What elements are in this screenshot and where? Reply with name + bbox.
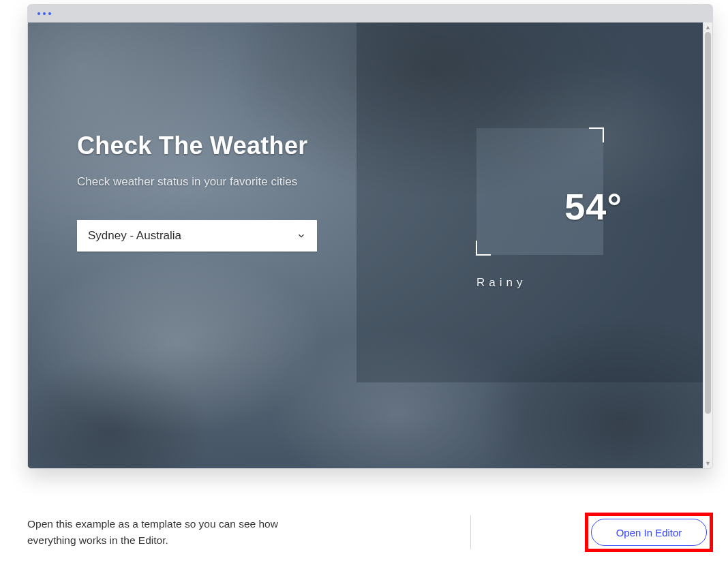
vertical-scrollbar[interactable]: ▲ ▼	[703, 22, 712, 468]
corner-decor	[476, 241, 491, 256]
city-select[interactable]: Sydney - Australia	[77, 220, 317, 252]
temperature-card: 54°	[476, 128, 603, 255]
open-in-editor-button[interactable]: Open In Editor	[591, 519, 707, 546]
cta-highlight: Open In Editor	[585, 513, 713, 552]
page-subtitle: Check weather status in your favorite ci…	[77, 175, 316, 189]
corner-decor	[589, 127, 604, 142]
window-dot	[43, 12, 46, 15]
temperature-value: 54°	[564, 185, 622, 228]
scroll-up-icon[interactable]: ▲	[703, 22, 712, 32]
page-title: Check The Weather	[77, 132, 308, 160]
footer-help-text: Open this example as a template so you c…	[27, 516, 327, 549]
city-select-value: Sydney - Australia	[88, 229, 297, 243]
window-dot	[37, 12, 40, 15]
chevron-down-icon	[297, 231, 306, 241]
preview-viewport: Check The Weather Check weather status i…	[28, 22, 712, 468]
scroll-thumb[interactable]	[705, 32, 711, 414]
divider	[470, 515, 471, 549]
preview-frame: Check The Weather Check weather status i…	[27, 4, 713, 469]
weather-stage: Check The Weather Check weather status i…	[28, 22, 703, 468]
window-title-bar	[28, 5, 712, 22]
scroll-down-icon[interactable]: ▼	[703, 459, 712, 468]
window-dot	[48, 12, 51, 15]
weather-condition: Rainy	[476, 276, 603, 290]
